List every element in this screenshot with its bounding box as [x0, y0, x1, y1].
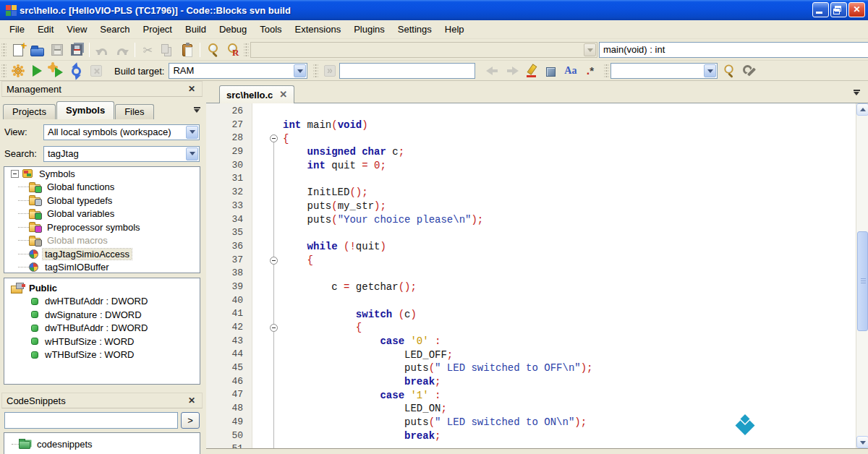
code-line[interactable]: 47 case '1' : — [206, 388, 856, 402]
code-line[interactable]: 43 case '0' : — [206, 335, 856, 348]
find-button[interactable] — [203, 41, 223, 59]
code-line[interactable]: 40 — [206, 294, 856, 308]
tree-item[interactable]: Global functions — [4, 181, 200, 194]
code-line[interactable]: 27int main(void) — [206, 119, 856, 132]
codesnippets-search-button[interactable]: > — [181, 412, 200, 429]
new-file-button[interactable] — [8, 41, 27, 59]
save-all-button[interactable] — [67, 41, 86, 59]
tab-list-dropdown-icon[interactable] — [854, 90, 861, 95]
combo-dropdown-button[interactable] — [704, 64, 716, 77]
scrollbar-thumb[interactable] — [857, 231, 868, 331]
code-line[interactable]: 50 break; — [206, 429, 856, 443]
management-close-icon[interactable]: ✕ — [186, 84, 197, 95]
code-area[interactable]: 2627int main(void)28{29 unsigned char c;… — [206, 105, 856, 449]
replace-button[interactable] — [223, 41, 242, 59]
member-item[interactable]: dwHTBufAddr : DWORD — [4, 295, 200, 309]
code-line[interactable]: 45 puts(" LED switched to OFF\n"); — [206, 361, 856, 375]
member-item[interactable]: wHTBufSize : WORD — [4, 335, 200, 348]
code-line[interactable]: 36 while (!quit) — [206, 240, 856, 254]
match-case-button[interactable] — [561, 62, 580, 80]
code-completion-function-combo[interactable]: main(void) : int — [599, 42, 868, 58]
menu-tools[interactable]: Tools — [253, 21, 288, 38]
tree-item[interactable]: Symbols — [4, 167, 200, 181]
symbol-search-combo[interactable]: tagJtag — [43, 146, 200, 162]
code-line[interactable]: 30 int quit = 0; — [206, 159, 856, 173]
run-button[interactable] — [27, 62, 47, 80]
code-line[interactable]: 44 LED_OFF; — [206, 348, 856, 361]
code-line[interactable]: 48 LED_ON; — [206, 402, 856, 416]
incremental-search-input[interactable] — [339, 63, 475, 79]
vertical-scrollbar[interactable] — [856, 103, 868, 448]
tab-files[interactable]: Files — [115, 104, 153, 119]
member-item[interactable]: dwSignature : DWORD — [4, 308, 200, 322]
combo-dropdown-button[interactable] — [294, 64, 306, 77]
editor-body[interactable]: 2627int main(void)28{29 unsigned char c;… — [206, 103, 868, 449]
tab-symbols[interactable]: Symbols — [56, 101, 114, 119]
code-line[interactable]: 46 break; — [206, 375, 856, 389]
tab-list-dropdown-icon[interactable] — [194, 107, 201, 113]
menu-file[interactable]: File — [3, 21, 31, 38]
build-and-run-button[interactable] — [47, 62, 67, 80]
search-magnifier-button[interactable] — [719, 62, 739, 80]
toolbar-search-combo[interactable] — [610, 63, 718, 79]
members-header[interactable]: Public — [4, 281, 200, 295]
code-line[interactable]: 28{ — [206, 132, 856, 145]
tree-item[interactable]: tagSimIOBuffer — [4, 261, 200, 274]
scroll-down-button[interactable] — [856, 436, 868, 448]
menu-plugins[interactable]: Plugins — [347, 21, 391, 38]
tree-item[interactable]: Global typedefs — [4, 194, 200, 207]
combo-dropdown-button[interactable] — [186, 126, 198, 139]
code-line[interactable]: 31 — [206, 172, 856, 186]
highlight-marker-button[interactable] — [522, 62, 541, 80]
wrench-button[interactable] — [739, 62, 758, 80]
scroll-up-button[interactable] — [856, 103, 868, 116]
build-target-combo[interactable]: RAM — [169, 63, 307, 79]
combo-dropdown-button[interactable] — [186, 147, 198, 160]
code-line[interactable]: 37 { — [206, 254, 856, 267]
view-combo[interactable]: All local symbols (workspace) — [43, 124, 200, 140]
tree-item[interactable]: Preprocessor symbols — [4, 220, 200, 234]
tab-close-icon[interactable]: ✕ — [279, 91, 287, 98]
menu-extensions[interactable]: Extensions — [289, 21, 348, 38]
toolbar-grip[interactable] — [1, 43, 7, 57]
fold-collapse-icon[interactable] — [270, 134, 278, 142]
menu-project[interactable]: Project — [137, 21, 179, 38]
code-line[interactable]: 51 — [206, 442, 856, 449]
tree-item[interactable]: Global variables — [4, 207, 200, 221]
rebuild-button[interactable] — [67, 62, 86, 80]
code-line[interactable]: 41 switch (c) — [206, 307, 856, 321]
toolbar-grip[interactable] — [604, 64, 609, 78]
fold-collapse-icon[interactable] — [270, 324, 278, 332]
code-line[interactable]: 34 puts("Your choice please\n"); — [206, 213, 856, 227]
collapse-expander-icon[interactable] — [11, 170, 19, 178]
tree-item[interactable]: codesnippets — [4, 437, 200, 451]
menu-build[interactable]: Build — [179, 21, 213, 38]
code-line[interactable]: 35 — [206, 226, 856, 240]
editor-tab[interactable]: src\hello.c ✕ — [219, 85, 294, 103]
menu-edit[interactable]: Edit — [31, 21, 60, 38]
open-file-button[interactable] — [27, 41, 47, 59]
tree-item[interactable]: tagJtagSimioAccess — [4, 247, 200, 261]
codesnippets-close-icon[interactable]: ✕ — [186, 395, 197, 406]
code-line[interactable]: 29 unsigned char c; — [206, 145, 856, 159]
toolbar-grip[interactable] — [244, 43, 249, 57]
code-line[interactable]: 49 puts(" LED switched to ON\n"); — [206, 416, 856, 429]
menu-search[interactable]: Search — [93, 21, 136, 38]
codesnippets-search-input[interactable] — [4, 412, 178, 429]
tab-projects[interactable]: Projects — [3, 104, 56, 119]
tree-item[interactable]: Global macros — [4, 234, 200, 248]
toolbar-grip[interactable] — [313, 64, 318, 78]
code-line[interactable]: 39 c = getchar(); — [206, 280, 856, 294]
fold-collapse-icon[interactable] — [270, 257, 278, 265]
code-line[interactable]: 26 — [206, 105, 856, 119]
menu-debug[interactable]: Debug — [213, 21, 253, 38]
code-line[interactable]: 42 { — [206, 321, 856, 335]
close-button[interactable]: ✕ — [848, 2, 865, 17]
compile-gear-button[interactable] — [8, 62, 27, 80]
menu-help[interactable]: Help — [438, 21, 471, 38]
toolbar-grip[interactable] — [1, 64, 7, 78]
code-line[interactable]: 33 puts(my_str); — [206, 200, 856, 213]
restore-button[interactable] — [830, 2, 847, 17]
regex-button[interactable] — [580, 62, 600, 80]
code-line[interactable]: 38 — [206, 267, 856, 280]
